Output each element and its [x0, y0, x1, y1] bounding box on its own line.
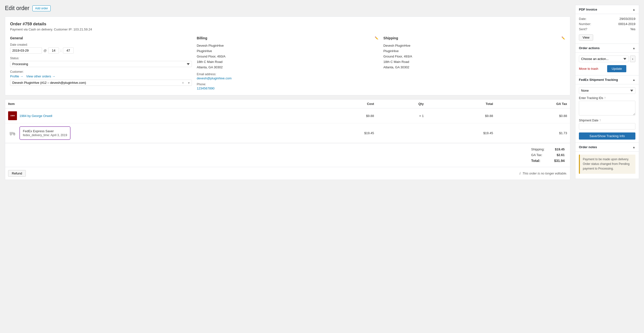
- main-content-wrapper: Edit order Add order Order #759 details …: [0, 0, 644, 185]
- phone-label: Phone:: [197, 82, 379, 86]
- view-invoice-button[interactable]: View: [579, 34, 593, 40]
- col-cost: Cost: [308, 100, 377, 108]
- pdf-invoice-section: PDF Invoice ▲ Date: 29/03/2019 Number: 0…: [575, 5, 639, 44]
- billing-section: Billing ✏️ Devesh PluginHive PluginHive …: [197, 36, 379, 90]
- col-item: Item: [5, 100, 308, 108]
- view-other-orders-link[interactable]: View other orders →: [26, 74, 55, 78]
- add-order-button[interactable]: Add order: [32, 6, 51, 11]
- colon-separator: :: [60, 49, 62, 52]
- general-section: General Date created: @ :: [10, 36, 192, 90]
- totals-shipping-value: $19.45: [547, 147, 566, 152]
- table-header-row: Item Cost Qty Total GA Tax: [5, 100, 570, 108]
- shipping-box: FedEx Express Saver fedex_delivery_time:…: [20, 126, 70, 140]
- fedex-tracking-header[interactable]: FedEx Shipment Tracking ▲: [576, 76, 639, 84]
- col-total: Total: [426, 100, 496, 108]
- table-row: 1984 1984 by George Orwell $9.88 × 1 $9.…: [5, 108, 570, 123]
- svg-point-2: [14, 134, 15, 135]
- shipping-address: Devesh PluginHive PluginHive Ground Floo…: [383, 43, 565, 70]
- order-actions-section: Order actions ▲ Choose an action... › Mo…: [575, 44, 639, 76]
- order-actions-body: Choose an action... › Move to trash Upda…: [576, 52, 639, 75]
- shipping-company: PluginHive: [383, 48, 565, 54]
- order-actions-header[interactable]: Order actions ▲: [576, 44, 639, 52]
- billing-address: Devesh PluginHive PluginHive Ground Floo…: [197, 43, 379, 70]
- billing-email[interactable]: devesh@pluginhive.com: [197, 76, 232, 80]
- shipping-qty: [377, 123, 426, 143]
- item-row: 1984 1984 by George Orwell: [8, 111, 305, 120]
- shipping-meta-value: April 3, 2019: [50, 134, 67, 137]
- shipping-ga-tax: $1.73: [496, 123, 570, 143]
- action-go-button[interactable]: ›: [630, 56, 636, 62]
- pdf-number-label: Number:: [579, 22, 591, 26]
- info-icon: ℹ: [519, 172, 520, 175]
- order-sections: General Date created: @ :: [10, 36, 565, 90]
- svg-point-1: [10, 134, 12, 135]
- order-details-subtitle: Payment via Cash on delivery. Customer I…: [10, 28, 565, 31]
- order-actions-collapse-icon: ▲: [632, 46, 636, 50]
- time-hour-input[interactable]: [48, 48, 59, 54]
- date-input[interactable]: [10, 48, 42, 54]
- col-ga-tax: GA Tax: [496, 100, 570, 108]
- order-details-card: Order #759 details Payment via Cash on d…: [5, 16, 570, 95]
- date-field-group: Date created: @ :: [10, 43, 192, 54]
- fedex-tracking-section: FedEx Shipment Tracking ▲ None Enter Tra…: [575, 76, 639, 143]
- order-actions-title: Order actions: [579, 46, 600, 50]
- order-notes-collapse-icon: ▲: [632, 146, 636, 149]
- customer-dropdown-icon[interactable]: ▾: [186, 81, 192, 85]
- order-note-text: Payment to be made upon delivery. Order …: [583, 158, 630, 170]
- pdf-collapse-icon: ▲: [632, 8, 636, 11]
- save-tracking-button[interactable]: Save/Show Tracking Info: [579, 132, 636, 140]
- billing-phone[interactable]: 1234567890: [197, 86, 214, 90]
- status-select[interactable]: Processing: [10, 61, 192, 67]
- shipment-date-input[interactable]: [579, 123, 636, 130]
- product-qty: × 1: [377, 108, 426, 123]
- pdf-invoice-header[interactable]: PDF Invoice ▲: [576, 5, 639, 14]
- totals-ga-tax-label: GA Tax:: [529, 152, 546, 158]
- shipping-meta-key: fedex_delivery_time:: [23, 134, 50, 137]
- shipping-method-name: FedEx Express Saver: [23, 129, 67, 133]
- shipping-truck-icon: [8, 129, 17, 138]
- time-min-input[interactable]: [63, 48, 74, 54]
- customer-input[interactable]: [10, 80, 180, 86]
- refund-row: Refund ℹ This order is no longer editabl…: [5, 167, 570, 180]
- order-notes-section: Order notes ▲ Payment to be made upon de…: [575, 143, 639, 179]
- general-section-title: General: [10, 36, 192, 40]
- pdf-invoice-title: PDF Invoice: [579, 8, 597, 11]
- pdf-number-value: 00014-2019: [618, 22, 636, 26]
- page-title: Edit order: [5, 5, 30, 12]
- not-editable-text: This order is no longer editable.: [522, 172, 567, 175]
- billing-section-title: Billing ✏️: [197, 36, 379, 40]
- order-notes-body: Payment to be made upon delivery. Order …: [576, 152, 639, 179]
- product-total: $9.88: [426, 108, 496, 123]
- shipment-date-label: Shipment Date ?: [579, 119, 636, 122]
- order-notes-header[interactable]: Order notes ▲: [576, 143, 639, 152]
- shipping-city-state: Atlanta, GA 30302: [383, 65, 565, 70]
- shipping-section: Shipping ✏️ Devesh PluginHive PluginHive…: [383, 36, 565, 90]
- tracking-ids-textarea[interactable]: [579, 101, 636, 116]
- right-panel: PDF Invoice ▲ Date: 29/03/2019 Number: 0…: [575, 5, 639, 180]
- order-action-select[interactable]: Choose an action...: [579, 56, 628, 62]
- customer-clear-button[interactable]: ×: [180, 81, 186, 85]
- totals-table: Shipping: $19.45 GA Tax: $2.61 Total: $3…: [529, 146, 567, 164]
- totals-shipping-row: Shipping: $19.45: [529, 147, 566, 152]
- left-panel: Edit order Add order Order #759 details …: [5, 5, 570, 180]
- billing-name: Devesh PluginHive: [197, 43, 379, 48]
- refund-button[interactable]: Refund: [8, 170, 26, 177]
- product-link[interactable]: 1984 by George Orwell: [20, 114, 52, 118]
- tracking-ids-label: Enter Tracking IDs ?: [579, 96, 636, 100]
- totals-total-row: Total: $31.94: [529, 158, 566, 164]
- move-to-trash-link[interactable]: Move to trash: [579, 67, 598, 70]
- customer-field-group: Customer: Profile → View other orders → …: [10, 70, 192, 86]
- shipping-edit-icon[interactable]: ✏️: [562, 36, 565, 40]
- totals-ga-tax-row: GA Tax: $2.61: [529, 152, 566, 158]
- fedex-carrier-select[interactable]: None: [579, 87, 636, 94]
- billing-edit-icon[interactable]: ✏️: [375, 36, 378, 40]
- billing-company: PluginHive: [197, 48, 379, 54]
- customer-label: Customer:: [10, 70, 192, 74]
- totals-total-value: $31.94: [547, 158, 566, 164]
- shipping-name: Devesh PluginHive: [383, 43, 565, 48]
- profile-link[interactable]: Profile →: [10, 74, 23, 78]
- update-button[interactable]: Update: [607, 65, 626, 72]
- product-cost: $9.88: [308, 108, 377, 123]
- shipping-cost: $19.45: [308, 123, 377, 143]
- col-qty: Qty: [377, 100, 426, 108]
